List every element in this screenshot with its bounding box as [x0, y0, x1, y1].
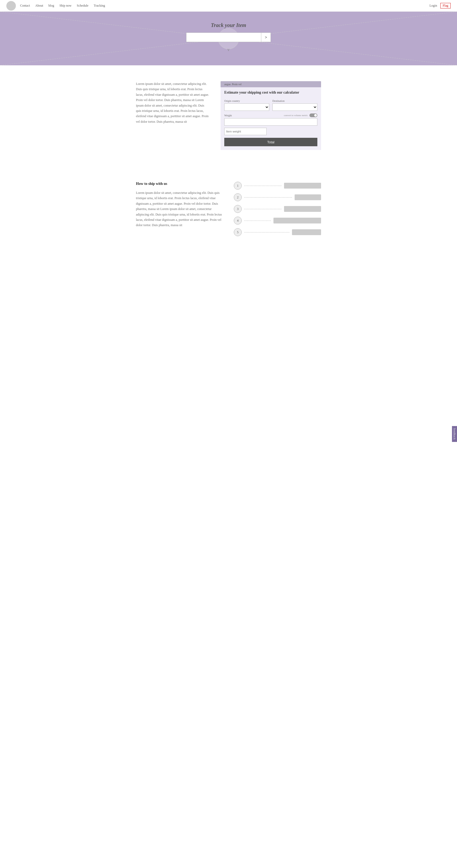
toggle-label: convert to volume metric	[284, 114, 308, 117]
how-to-ship-body: Lorem ipsum dolor sit amet, consectetur …	[136, 190, 223, 228]
step-item-3: 3	[234, 205, 321, 213]
item-weight-input[interactable]	[224, 128, 267, 135]
step-item-1: 1	[234, 182, 321, 190]
step-circle-5: 5	[234, 228, 242, 236]
step-bar-1	[284, 183, 321, 189]
volume-metric-toggle[interactable]	[309, 114, 317, 117]
weight-header-row: Weight convert to volume metric	[224, 114, 317, 117]
nav-contact[interactable]: Contact	[20, 4, 30, 8]
nav-right: Login Flag	[429, 3, 451, 8]
destination-field: Destination	[272, 99, 317, 111]
dest-label: Destination	[272, 99, 317, 102]
step-item-2: 2	[234, 193, 321, 201]
toggle-row: convert to volume metric	[284, 114, 317, 117]
step-bar-2	[295, 194, 321, 200]
nav-schedule[interactable]: Schedule	[77, 4, 88, 8]
calc-country-row: Origin country Destination	[224, 99, 317, 111]
step-dots-1	[244, 186, 281, 186]
origin-label: Origin country	[224, 99, 269, 102]
hero-chevron-icon[interactable]: v	[227, 47, 230, 52]
step-dots-3	[244, 209, 281, 209]
calculator-card: augue. Proin vel Estimate your shipping …	[220, 81, 321, 150]
step-bar-5	[292, 229, 321, 235]
nav-links: Contact About blog Ship now Schedule Tra…	[20, 4, 429, 8]
how-to-ship-text-col: How to ship with us Lorem ipsum dolor si…	[136, 182, 223, 228]
dest-select[interactable]	[272, 103, 317, 111]
footer-space	[0, 252, 457, 411]
tracking-search-input[interactable]	[186, 33, 261, 42]
how-to-ship-title: How to ship with us	[136, 182, 223, 186]
nav-tracking[interactable]: Tracking	[94, 4, 105, 8]
origin-field: Origin country	[224, 99, 269, 111]
nav-about[interactable]: About	[35, 4, 43, 8]
hero-title: Track your Item	[211, 22, 246, 28]
calculator-section-text: Lorem ipsum dolor sit amet, consectetur …	[136, 81, 210, 124]
step-bar-3	[284, 206, 321, 212]
weight-input[interactable]	[224, 118, 317, 126]
calc-body: Origin country Destination Weight conver…	[220, 97, 321, 150]
login-link[interactable]: Login	[429, 4, 437, 8]
how-to-ship-section: How to ship with us Lorem ipsum dolor si…	[120, 166, 337, 252]
step-item-5: 5	[234, 228, 321, 236]
steps-list: 1 2 3 4 5	[234, 182, 321, 236]
step-item-4: 4	[234, 217, 321, 224]
hero-search-row: >	[186, 33, 271, 42]
step-circle-1: 1	[234, 182, 242, 190]
weight-label: Weight	[224, 114, 232, 117]
nav-ship-now[interactable]: Ship now	[60, 4, 72, 8]
step-dots-5	[244, 232, 289, 232]
nav-blog[interactable]: blog	[49, 4, 54, 8]
calc-title: Estimate your shipping cost with our cal…	[220, 87, 321, 97]
origin-select[interactable]	[224, 103, 269, 111]
step-circle-2: 2	[234, 193, 242, 201]
tracking-search-button[interactable]: >	[261, 33, 271, 42]
calc-breadcrumb: augue. Proin vel	[220, 81, 321, 87]
hero-section: Track your Item > v	[0, 12, 457, 65]
navbar: Contact About blog Ship now Schedule Tra…	[0, 0, 457, 12]
step-circle-3: 3	[234, 205, 242, 213]
step-circle-4: 4	[234, 217, 242, 224]
total-button[interactable]: Total	[224, 138, 317, 146]
calculator-section: Lorem ipsum dolor sit amet, consectetur …	[120, 65, 337, 166]
flag-button[interactable]: Flag	[440, 3, 451, 8]
logo[interactable]	[6, 1, 16, 10]
step-bar-4	[273, 218, 321, 223]
